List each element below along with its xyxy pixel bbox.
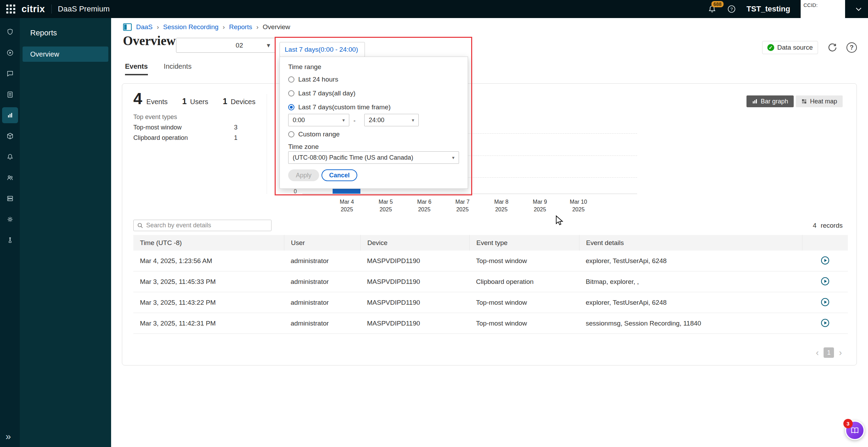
play-circle-icon: [820, 318, 830, 328]
option-last-24-hours[interactable]: Last 24 hours: [288, 76, 338, 83]
page-help-button[interactable]: ?: [846, 42, 857, 53]
rail-item-dashboard[interactable]: [0, 22, 20, 42]
radio-icon: [288, 76, 294, 83]
col-header-event-type: Event type: [469, 235, 579, 251]
table-header-row: Time (UTC -8) User Device Event type Eve…: [133, 235, 848, 251]
rail-item-applications[interactable]: [0, 126, 20, 146]
cell-time: Mar 3, 2025, 11:43:22 PM: [133, 299, 284, 306]
rail-item-users[interactable]: [0, 167, 20, 188]
expand-rail-icon[interactable]: »: [6, 431, 11, 442]
tab-incidents[interactable]: Incidents: [164, 62, 192, 75]
x-tick-label: Mar 92025: [523, 198, 557, 213]
x-tick-label: Mar 52025: [368, 198, 403, 213]
event-search: [133, 220, 272, 231]
play-recording-button[interactable]: [820, 277, 830, 287]
pagination-page-1[interactable]: 1: [824, 347, 834, 358]
radio-label: Last 7 days(all day): [298, 90, 356, 97]
rail-item-activity-log[interactable]: [0, 84, 20, 105]
search-icon: [137, 222, 143, 229]
chevron-down-icon: ▾: [267, 41, 270, 49]
tab-events[interactable]: Events: [125, 62, 148, 75]
cell-time: Mar 3, 2025, 11:45:33 PM: [133, 278, 284, 286]
option-custom-range[interactable]: Custom range: [288, 130, 340, 138]
play-recording-button[interactable]: [820, 256, 830, 266]
end-time-value: 24:00: [369, 117, 384, 124]
rail-item-alerts[interactable]: [0, 146, 20, 167]
notifications-button[interactable]: 688: [708, 5, 717, 14]
breadcrumb-daas[interactable]: DaaS: [136, 23, 153, 31]
notification-count-badge: 688: [711, 1, 724, 7]
scope-select[interactable]: 02 ▾: [176, 38, 275, 53]
rail-item-reports[interactable]: [0, 105, 20, 126]
sidebar-item-overview[interactable]: Overview: [23, 47, 108, 62]
rail-item-sessions[interactable]: [0, 42, 20, 63]
account-chevron-down-icon[interactable]: [856, 5, 862, 13]
panel-layout-icon: [123, 23, 132, 31]
app-switcher-icon[interactable]: [6, 5, 15, 14]
top-event-type-row: Clipboard operation 1: [133, 134, 237, 142]
rail-item-feedback[interactable]: [0, 63, 20, 84]
breadcrumb-separator: ›: [256, 23, 258, 31]
cell-event-type: Top-most window: [469, 299, 579, 306]
heat-map-button[interactable]: Heat map: [796, 95, 843, 107]
bar-graph-label: Bar graph: [761, 98, 788, 105]
cell-user: administrator: [284, 299, 360, 306]
events-card: 4 Events 1 Users 1 Devices Top event typ…: [122, 83, 857, 365]
help-icon: ?: [727, 5, 736, 14]
bar-graph-button[interactable]: Bar graph: [746, 95, 794, 107]
option-last-7-days-custom[interactable]: Last 7 days(custom time frame): [288, 103, 391, 111]
cell-user: administrator: [284, 257, 360, 265]
option-last-7-days-all-day[interactable]: Last 7 days(all day): [288, 90, 356, 97]
topbar-help-button[interactable]: ?: [727, 5, 736, 14]
play-session-icon: [2, 45, 18, 61]
breadcrumb-separator: ›: [223, 23, 225, 31]
records-label: records: [821, 222, 843, 229]
rail-item-labs[interactable]: [0, 230, 20, 251]
rail-item-infrastructure[interactable]: [0, 188, 20, 209]
open-book-icon: [850, 425, 860, 435]
event-type-count: 3: [234, 124, 237, 131]
summary-counts: 4 Events 1 Users 1 Devices: [133, 89, 256, 108]
table-row: Mar 3, 2025, 11:42:31 PM administrator M…: [133, 313, 848, 334]
pagination: ‹ 1 ›: [816, 347, 842, 358]
events-table: Time (UTC -8) User Device Event type Eve…: [133, 235, 848, 334]
apply-button[interactable]: Apply: [288, 169, 319, 181]
breadcrumb-overview: Overview: [263, 23, 290, 31]
account-menu[interactable]: TST_testing: [746, 5, 790, 14]
pagination-prev-icon[interactable]: ‹: [816, 348, 819, 357]
reports-sidebar: Reports Overview: [20, 18, 111, 447]
play-recording-button[interactable]: [820, 297, 830, 308]
pagination-next-icon[interactable]: ›: [839, 348, 842, 357]
cancel-button[interactable]: Cancel: [322, 169, 357, 181]
topbar-divider: [51, 5, 52, 14]
refresh-button[interactable]: [827, 42, 837, 53]
chat-icon: [2, 66, 18, 82]
cell-user: administrator: [284, 320, 360, 327]
breadcrumb-separator: ›: [157, 23, 159, 31]
radio-icon: [288, 90, 294, 96]
rail-item-settings[interactable]: [0, 209, 20, 230]
end-time-select[interactable]: 24:00 ▾: [364, 114, 419, 126]
play-circle-icon: [820, 256, 830, 265]
sidebar-title: Reports: [20, 18, 111, 37]
play-recording-button[interactable]: [820, 318, 830, 329]
data-source-button[interactable]: ✓ Data source: [762, 41, 818, 54]
bar-chart-icon: [752, 99, 758, 104]
table-row: Mar 3, 2025, 11:43:22 PM administrator M…: [133, 292, 848, 313]
check-icon: ✓: [767, 44, 774, 51]
cell-event-details: explorer, TestUserApi, 6248: [579, 257, 802, 265]
top-event-type-row: Top-most window 3: [133, 124, 237, 131]
breadcrumb-reports[interactable]: Reports: [229, 23, 252, 31]
x-tick-label: Mar 82025: [484, 198, 519, 213]
users-count: 1: [182, 97, 187, 106]
radio-icon: [288, 131, 294, 137]
time-range-dropdown-button[interactable]: Last 7 days(0:00 - 24:00): [279, 42, 365, 57]
play-circle-icon: [820, 297, 830, 307]
assistant-button[interactable]: 3: [845, 421, 865, 440]
assistant-badge: 3: [843, 419, 853, 428]
search-input[interactable]: [146, 222, 271, 229]
time-zone-select[interactable]: (UTC-08:00) Pacific Time (US and Canada)…: [288, 151, 459, 164]
records-count: 4: [813, 222, 817, 229]
breadcrumb-session-recording[interactable]: Session Recording: [163, 23, 218, 31]
start-time-select[interactable]: 0:00 ▾: [288, 114, 349, 126]
